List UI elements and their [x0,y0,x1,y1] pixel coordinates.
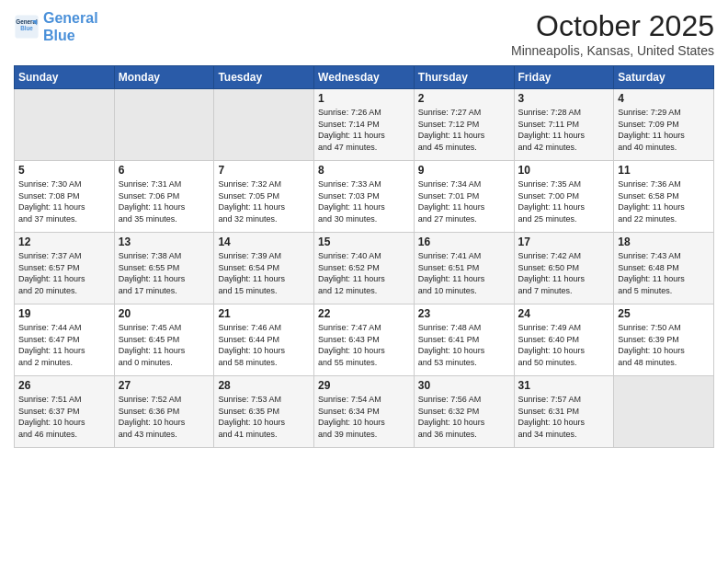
day-info: Sunrise: 7:38 AM Sunset: 6:55 PM Dayligh… [119,250,210,296]
column-header-saturday: Saturday [614,66,714,89]
day-info: Sunrise: 7:42 AM Sunset: 6:50 PM Dayligh… [518,250,610,296]
day-number: 5 [18,164,110,177]
day-number: 31 [518,379,610,392]
title-block: October 2025 Minneapolis, Kansas, United… [511,9,714,58]
calendar-cell: 16Sunrise: 7:41 AM Sunset: 6:51 PM Dayli… [414,233,514,304]
day-number: 17 [518,236,610,248]
day-info: Sunrise: 7:29 AM Sunset: 7:09 PM Dayligh… [618,107,710,153]
calendar-cell: 17Sunrise: 7:42 AM Sunset: 6:50 PM Dayli… [514,233,614,304]
calendar-cell [214,89,314,161]
calendar-cell: 13Sunrise: 7:38 AM Sunset: 6:55 PM Dayli… [114,233,214,304]
calendar-cell: 7Sunrise: 7:32 AM Sunset: 7:05 PM Daylig… [214,161,314,233]
calendar-cell: 15Sunrise: 7:40 AM Sunset: 6:52 PM Dayli… [314,233,415,304]
day-info: Sunrise: 7:33 AM Sunset: 7:03 PM Dayligh… [318,178,410,224]
day-info: Sunrise: 7:48 AM Sunset: 6:41 PM Dayligh… [418,322,510,368]
day-number: 6 [119,164,210,177]
calendar-cell [114,89,214,161]
day-number: 13 [119,236,210,248]
day-info: Sunrise: 7:41 AM Sunset: 6:51 PM Dayligh… [418,250,510,296]
calendar-cell: 28Sunrise: 7:53 AM Sunset: 6:35 PM Dayli… [214,376,314,448]
day-info: Sunrise: 7:57 AM Sunset: 6:31 PM Dayligh… [518,394,610,440]
day-number: 12 [18,236,110,248]
day-info: Sunrise: 7:35 AM Sunset: 7:00 PM Dayligh… [518,178,610,224]
day-info: Sunrise: 7:27 AM Sunset: 7:12 PM Dayligh… [418,107,510,153]
day-number: 21 [218,307,310,320]
column-header-friday: Friday [514,66,614,89]
week-row-5: 26Sunrise: 7:51 AM Sunset: 6:37 PM Dayli… [15,376,714,448]
day-info: Sunrise: 7:34 AM Sunset: 7:01 PM Dayligh… [418,178,510,224]
day-info: Sunrise: 7:46 AM Sunset: 6:44 PM Dayligh… [218,322,310,368]
calendar-cell: 19Sunrise: 7:44 AM Sunset: 6:47 PM Dayli… [15,304,115,376]
day-info: Sunrise: 7:36 AM Sunset: 6:58 PM Dayligh… [618,178,710,224]
day-number: 9 [418,164,510,177]
calendar-cell: 4Sunrise: 7:29 AM Sunset: 7:09 PM Daylig… [614,89,714,161]
column-header-tuesday: Tuesday [214,66,314,89]
calendar-cell: 5Sunrise: 7:30 AM Sunset: 7:08 PM Daylig… [15,161,115,233]
day-info: Sunrise: 7:53 AM Sunset: 6:35 PM Dayligh… [218,394,310,440]
calendar-cell [614,376,714,448]
calendar-cell: 10Sunrise: 7:35 AM Sunset: 7:00 PM Dayli… [514,161,614,233]
calendar-cell: 31Sunrise: 7:57 AM Sunset: 6:31 PM Dayli… [514,376,614,448]
day-number: 7 [218,164,310,177]
week-row-4: 19Sunrise: 7:44 AM Sunset: 6:47 PM Dayli… [15,304,714,376]
day-info: Sunrise: 7:31 AM Sunset: 7:06 PM Dayligh… [119,178,210,224]
day-info: Sunrise: 7:28 AM Sunset: 7:11 PM Dayligh… [518,107,610,153]
week-row-1: 1Sunrise: 7:26 AM Sunset: 7:14 PM Daylig… [15,89,714,161]
column-header-thursday: Thursday [414,66,514,89]
calendar-cell: 30Sunrise: 7:56 AM Sunset: 6:32 PM Dayli… [414,376,514,448]
day-info: Sunrise: 7:44 AM Sunset: 6:47 PM Dayligh… [18,322,110,368]
day-number: 27 [119,379,210,392]
day-number: 28 [218,379,310,392]
day-number: 15 [318,236,410,248]
day-number: 25 [618,307,710,320]
calendar-cell: 8Sunrise: 7:33 AM Sunset: 7:03 PM Daylig… [314,161,415,233]
calendar-cell: 9Sunrise: 7:34 AM Sunset: 7:01 PM Daylig… [414,161,514,233]
day-number: 16 [418,236,510,248]
day-number: 3 [518,92,610,105]
week-row-3: 12Sunrise: 7:37 AM Sunset: 6:57 PM Dayli… [15,233,714,304]
calendar-cell [15,89,115,161]
day-info: Sunrise: 7:43 AM Sunset: 6:48 PM Dayligh… [618,250,710,296]
day-number: 10 [518,164,610,177]
day-info: Sunrise: 7:37 AM Sunset: 6:57 PM Dayligh… [18,250,110,296]
day-number: 22 [318,307,410,320]
day-number: 30 [418,379,510,392]
calendar-table: SundayMondayTuesdayWednesdayThursdayFrid… [14,65,714,448]
day-info: Sunrise: 7:50 AM Sunset: 6:39 PM Dayligh… [618,322,710,368]
day-number: 14 [218,236,310,248]
day-number: 11 [618,164,710,177]
day-info: Sunrise: 7:49 AM Sunset: 6:40 PM Dayligh… [518,322,610,368]
calendar-cell: 23Sunrise: 7:48 AM Sunset: 6:41 PM Dayli… [414,304,514,376]
calendar-cell: 27Sunrise: 7:52 AM Sunset: 6:36 PM Dayli… [114,376,214,448]
day-number: 1 [318,92,410,105]
calendar-cell: 25Sunrise: 7:50 AM Sunset: 6:39 PM Dayli… [614,304,714,376]
calendar-cell: 29Sunrise: 7:54 AM Sunset: 6:34 PM Dayli… [314,376,415,448]
header: General Blue General Blue October 2025 M… [14,9,714,58]
day-number: 4 [618,92,710,105]
calendar-cell: 2Sunrise: 7:27 AM Sunset: 7:12 PM Daylig… [414,89,514,161]
svg-text:Blue: Blue [20,25,33,31]
day-number: 29 [318,379,410,392]
day-info: Sunrise: 7:40 AM Sunset: 6:52 PM Dayligh… [318,250,410,296]
calendar-cell: 1Sunrise: 7:26 AM Sunset: 7:14 PM Daylig… [314,89,415,161]
calendar-container: General Blue General Blue October 2025 M… [0,0,728,453]
column-header-wednesday: Wednesday [314,66,415,89]
calendar-cell: 6Sunrise: 7:31 AM Sunset: 7:06 PM Daylig… [114,161,214,233]
day-number: 8 [318,164,410,177]
day-info: Sunrise: 7:39 AM Sunset: 6:54 PM Dayligh… [218,250,310,296]
day-info: Sunrise: 7:32 AM Sunset: 7:05 PM Dayligh… [218,178,310,224]
day-info: Sunrise: 7:26 AM Sunset: 7:14 PM Dayligh… [318,107,410,153]
calendar-cell: 24Sunrise: 7:49 AM Sunset: 6:40 PM Dayli… [514,304,614,376]
column-header-monday: Monday [114,66,214,89]
calendar-cell: 11Sunrise: 7:36 AM Sunset: 6:58 PM Dayli… [614,161,714,233]
header-row: SundayMondayTuesdayWednesdayThursdayFrid… [15,66,714,89]
day-number: 24 [518,307,610,320]
calendar-cell: 18Sunrise: 7:43 AM Sunset: 6:48 PM Dayli… [614,233,714,304]
day-number: 19 [18,307,110,320]
column-header-sunday: Sunday [15,66,115,89]
day-number: 26 [18,379,110,392]
day-info: Sunrise: 7:47 AM Sunset: 6:43 PM Dayligh… [318,322,410,368]
calendar-cell: 22Sunrise: 7:47 AM Sunset: 6:43 PM Dayli… [314,304,415,376]
day-number: 20 [119,307,210,320]
day-info: Sunrise: 7:56 AM Sunset: 6:32 PM Dayligh… [418,394,510,440]
